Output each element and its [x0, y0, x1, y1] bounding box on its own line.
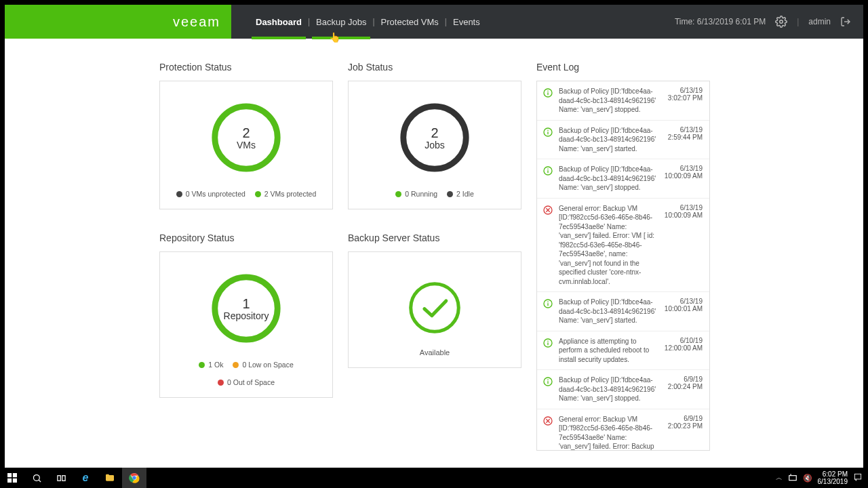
legend-dot-icon: [447, 191, 453, 197]
svg-point-11: [547, 129, 549, 131]
svg-point-8: [547, 91, 549, 92]
repository-status-card[interactable]: 1 Repository 1 Ok0 Low on Space0 Out of …: [159, 251, 333, 398]
logout-icon[interactable]: [840, 16, 851, 27]
event-message: Appliance is attempting to perform a sch…: [559, 337, 656, 365]
legend-text: 1 Ok: [208, 361, 223, 369]
svg-point-45: [132, 476, 136, 479]
event-timestamp: 6/9/192:00:23 PM: [662, 415, 703, 451]
tray-volume-icon[interactable]: 🔇: [803, 474, 812, 483]
svg-rect-48: [854, 474, 861, 479]
legend-text: 0 Running: [405, 190, 437, 198]
backup-server-state: Available: [420, 348, 450, 357]
svg-point-26: [547, 380, 549, 381]
logo-block: veeam: [5, 5, 231, 39]
tray-notifications-icon[interactable]: [853, 472, 863, 483]
event-message: Backup of Policy [ID:'fdbce4aa-daad-4c9c…: [559, 375, 656, 403]
event-log-list[interactable]: Backup of Policy [ID:'fdbce4aa-daad-4c9c…: [536, 81, 710, 451]
nav-protected-vms[interactable]: Protected VMs: [377, 5, 443, 39]
job-status-card[interactable]: 2 Jobs 0 Running2 Idle: [348, 81, 521, 209]
legend-item: 0 VMs unprotected: [176, 190, 245, 198]
info-icon: [542, 87, 553, 98]
gear-icon[interactable]: [775, 16, 787, 28]
legend-item: 0 Running: [395, 190, 437, 198]
svg-point-5: [411, 284, 459, 332]
tray-chevron-icon[interactable]: ︿: [776, 473, 783, 483]
task-view-icon[interactable]: [49, 468, 73, 488]
repository-status-donut: 1 Repository: [209, 271, 283, 346]
event-timestamp: 6/13/1910:00:09 AM: [662, 165, 703, 192]
main-nav: Dashboard | Backup Jobs | Protected VMs …: [231, 5, 484, 39]
event-timestamp: 6/13/1910:00:09 AM: [662, 204, 703, 287]
job-status-title: Job Status: [348, 62, 521, 73]
legend-text: 0 VMs unprotected: [186, 190, 245, 198]
topbar-right: Time: 6/13/2019 6:01 PM | admin: [675, 16, 863, 28]
protection-status-donut: 2 VMs: [209, 100, 283, 175]
job-status-legend: 0 Running2 Idle: [395, 190, 474, 198]
event-message: Backup of Policy [ID:'fdbce4aa-daad-4c9c…: [559, 165, 656, 192]
job-status-count: 2: [431, 125, 438, 141]
backup-server-status-title: Backup Server Status: [348, 232, 521, 243]
event-timestamp: 6/13/1910:00:01 AM: [662, 298, 703, 325]
ie-icon[interactable]: e: [73, 468, 98, 488]
logo-text: veeam: [173, 14, 220, 30]
error-icon: [542, 205, 553, 216]
file-explorer-icon[interactable]: [98, 468, 122, 488]
check-icon: [406, 279, 463, 336]
nav-dashboard[interactable]: Dashboard: [252, 5, 306, 39]
event-timestamp: 6/13/193:02:07 PM: [662, 87, 703, 115]
user-name[interactable]: admin: [808, 17, 831, 26]
svg-rect-39: [13, 479, 17, 483]
event-log-item[interactable]: General error: Backup VM [ID:'f982cc5d-6…: [537, 409, 709, 451]
chrome-icon[interactable]: [122, 468, 146, 488]
svg-line-41: [39, 480, 41, 482]
event-log-item[interactable]: Backup of Policy [ID:'fdbce4aa-daad-4c9c…: [537, 370, 709, 409]
svg-rect-38: [7, 479, 12, 483]
error-icon: [542, 415, 553, 426]
start-button[interactable]: [0, 468, 24, 488]
event-log-item[interactable]: General error: Backup VM [ID:'f982cc5d-6…: [537, 199, 709, 293]
svg-rect-42: [57, 475, 60, 481]
nav-backup-jobs[interactable]: Backup Jobs: [312, 5, 370, 39]
legend-item: 0 Out of Space: [218, 378, 275, 386]
legend-item: 2 VMs protected: [255, 190, 316, 198]
info-icon: [542, 376, 553, 387]
protection-status-count: 2: [242, 125, 250, 141]
info-icon: [542, 338, 553, 348]
svg-point-23: [547, 340, 549, 342]
legend-item: 2 Idle: [447, 190, 474, 198]
svg-rect-46: [789, 476, 796, 481]
event-timestamp: 6/10/1912:00:00 AM: [662, 337, 703, 365]
content: Protection Status 2 VMs 0 VMs unprotecte…: [5, 39, 863, 468]
system-tray: ︿ 🔇 6:02 PM 6/13/2019: [776, 470, 869, 485]
nav-separator: |: [443, 17, 449, 26]
tray-network-icon[interactable]: [788, 472, 797, 483]
event-message: General error: Backup VM [ID:'f982cc5d-6…: [559, 204, 656, 287]
legend-dot-icon: [176, 191, 182, 197]
tray-clock[interactable]: 6:02 PM 6/13/2019: [818, 470, 848, 485]
backup-server-status-card[interactable]: Available: [348, 251, 521, 368]
legend-dot-icon: [218, 380, 224, 386]
event-message: General error: Backup VM [ID:'f982cc5d-6…: [559, 415, 656, 451]
protection-status-title: Protection Status: [159, 62, 333, 73]
job-status-donut: 2 Jobs: [397, 100, 472, 175]
legend-item: 1 Ok: [199, 361, 223, 369]
job-status-label: Jobs: [425, 140, 445, 150]
repository-status-title: Repository Status: [159, 232, 333, 243]
event-log-item[interactable]: Backup of Policy [ID:'fdbce4aa-daad-4c9c…: [537, 81, 709, 121]
repository-status-count: 1: [242, 296, 250, 312]
legend-dot-icon: [255, 191, 261, 197]
event-log-item[interactable]: Backup of Policy [ID:'fdbce4aa-daad-4c9c…: [537, 121, 709, 160]
event-log-item[interactable]: Appliance is attempting to perform a sch…: [537, 331, 709, 371]
protection-status-card[interactable]: 2 VMs 0 VMs unprotected2 VMs protected: [159, 81, 333, 209]
nav-separator: |: [306, 17, 312, 26]
event-timestamp: 6/13/192:59:44 PM: [662, 126, 703, 154]
event-log-item[interactable]: Backup of Policy [ID:'fdbce4aa-daad-4c9c…: [537, 159, 709, 199]
column-middle: Job Status 2 Jobs 0 Running2 Idle Backup…: [348, 62, 521, 468]
legend-text: 0 Low on Space: [242, 361, 293, 369]
svg-rect-43: [62, 475, 64, 481]
info-icon: [542, 165, 553, 176]
nav-events[interactable]: Events: [449, 5, 484, 39]
event-log-item[interactable]: Backup of Policy [ID:'fdbce4aa-daad-4c9c…: [537, 292, 709, 331]
search-icon[interactable]: [24, 468, 49, 488]
event-message: Backup of Policy [ID:'fdbce4aa-daad-4c9c…: [559, 298, 656, 325]
